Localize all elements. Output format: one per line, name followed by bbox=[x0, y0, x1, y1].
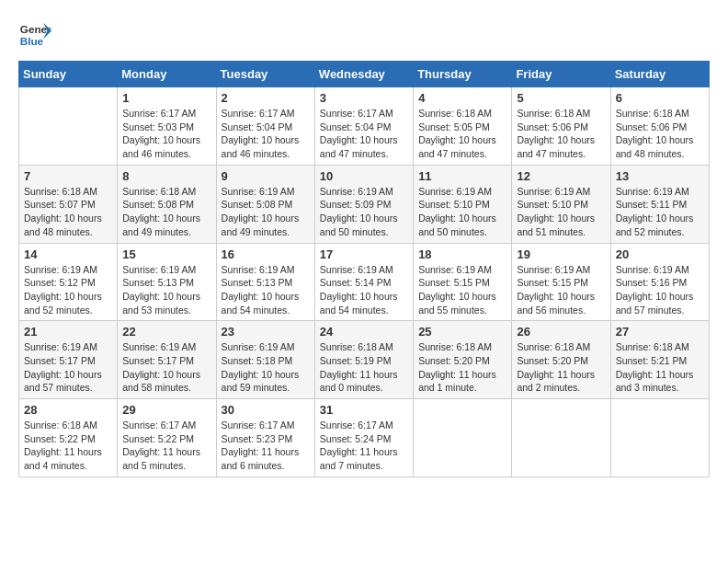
calendar-table: SundayMondayTuesdayWednesdayThursdayFrid… bbox=[18, 61, 710, 477]
day-number: 7 bbox=[24, 169, 112, 183]
day-number: 18 bbox=[418, 247, 506, 261]
day-number: 10 bbox=[320, 169, 408, 183]
calendar-cell: 4Sunrise: 6:18 AM Sunset: 5:05 PM Daylig… bbox=[414, 87, 512, 166]
cell-content: Sunrise: 6:19 AM Sunset: 5:12 PM Dayligh… bbox=[24, 263, 112, 317]
header-cell-tuesday: Tuesday bbox=[216, 62, 314, 87]
calendar-cell: 20Sunrise: 6:19 AM Sunset: 5:16 PM Dayli… bbox=[610, 243, 709, 321]
day-number: 1 bbox=[122, 91, 210, 105]
cell-content: Sunrise: 6:19 AM Sunset: 5:13 PM Dayligh… bbox=[122, 263, 210, 317]
cell-content: Sunrise: 6:18 AM Sunset: 5:08 PM Dayligh… bbox=[122, 185, 210, 239]
day-number: 22 bbox=[122, 325, 210, 339]
calendar-cell: 13Sunrise: 6:19 AM Sunset: 5:11 PM Dayli… bbox=[610, 165, 709, 243]
cell-content: Sunrise: 6:18 AM Sunset: 5:19 PM Dayligh… bbox=[320, 340, 408, 395]
header-cell-sunday: Sunday bbox=[19, 62, 118, 87]
calendar-cell: 22Sunrise: 6:19 AM Sunset: 5:17 PM Dayli… bbox=[118, 321, 216, 399]
calendar-cell: 15Sunrise: 6:19 AM Sunset: 5:13 PM Dayli… bbox=[118, 243, 216, 321]
day-number: 14 bbox=[24, 247, 112, 261]
day-number: 17 bbox=[320, 247, 408, 261]
calendar-cell: 31Sunrise: 6:17 AM Sunset: 5:24 PM Dayli… bbox=[314, 399, 413, 477]
calendar-cell: 19Sunrise: 6:19 AM Sunset: 5:15 PM Dayli… bbox=[512, 243, 610, 321]
week-row-2: 14Sunrise: 6:19 AM Sunset: 5:12 PM Dayli… bbox=[19, 243, 710, 321]
cell-content: Sunrise: 6:19 AM Sunset: 5:17 PM Dayligh… bbox=[122, 340, 210, 395]
cell-content: Sunrise: 6:18 AM Sunset: 5:20 PM Dayligh… bbox=[418, 340, 506, 395]
cell-content: Sunrise: 6:17 AM Sunset: 5:24 PM Dayligh… bbox=[320, 419, 408, 473]
calendar-cell: 8Sunrise: 6:18 AM Sunset: 5:08 PM Daylig… bbox=[118, 165, 216, 243]
cell-content: Sunrise: 6:17 AM Sunset: 5:23 PM Dayligh… bbox=[222, 419, 310, 473]
day-number: 31 bbox=[320, 403, 408, 417]
day-number: 16 bbox=[222, 247, 310, 261]
header-cell-saturday: Saturday bbox=[610, 62, 709, 87]
logo: General Blue bbox=[18, 18, 51, 52]
cell-content: Sunrise: 6:19 AM Sunset: 5:10 PM Dayligh… bbox=[517, 185, 605, 239]
header-cell-monday: Monday bbox=[118, 62, 216, 87]
header-cell-friday: Friday bbox=[512, 62, 610, 87]
calendar-cell: 28Sunrise: 6:18 AM Sunset: 5:22 PM Dayli… bbox=[19, 399, 118, 477]
day-number: 26 bbox=[517, 325, 605, 339]
page-header: General Blue bbox=[18, 18, 710, 52]
day-number: 21 bbox=[24, 325, 112, 339]
svg-text:Blue: Blue bbox=[20, 35, 44, 47]
week-row-4: 28Sunrise: 6:18 AM Sunset: 5:22 PM Dayli… bbox=[19, 399, 710, 477]
calendar-cell: 2Sunrise: 6:17 AM Sunset: 5:04 PM Daylig… bbox=[216, 87, 314, 166]
cell-content: Sunrise: 6:19 AM Sunset: 5:11 PM Dayligh… bbox=[616, 185, 704, 239]
day-number: 4 bbox=[418, 91, 506, 105]
calendar-cell: 7Sunrise: 6:18 AM Sunset: 5:07 PM Daylig… bbox=[19, 165, 118, 243]
header-cell-wednesday: Wednesday bbox=[314, 62, 413, 87]
calendar-cell bbox=[19, 87, 118, 166]
day-number: 19 bbox=[517, 247, 605, 261]
cell-content: Sunrise: 6:18 AM Sunset: 5:05 PM Dayligh… bbox=[418, 107, 506, 161]
calendar-cell: 17Sunrise: 6:19 AM Sunset: 5:14 PM Dayli… bbox=[314, 243, 413, 321]
day-number: 12 bbox=[517, 169, 605, 183]
calendar-cell: 21Sunrise: 6:19 AM Sunset: 5:17 PM Dayli… bbox=[19, 321, 118, 399]
day-number: 29 bbox=[122, 403, 210, 417]
cell-content: Sunrise: 6:17 AM Sunset: 5:04 PM Dayligh… bbox=[320, 107, 408, 161]
cell-content: Sunrise: 6:18 AM Sunset: 5:20 PM Dayligh… bbox=[517, 340, 605, 395]
cell-content: Sunrise: 6:18 AM Sunset: 5:21 PM Dayligh… bbox=[616, 340, 704, 395]
calendar-cell: 10Sunrise: 6:19 AM Sunset: 5:09 PM Dayli… bbox=[314, 165, 413, 243]
calendar-cell: 24Sunrise: 6:18 AM Sunset: 5:19 PM Dayli… bbox=[314, 321, 413, 399]
calendar-cell: 16Sunrise: 6:19 AM Sunset: 5:13 PM Dayli… bbox=[216, 243, 314, 321]
day-number: 24 bbox=[320, 325, 408, 339]
calendar-cell: 12Sunrise: 6:19 AM Sunset: 5:10 PM Dayli… bbox=[512, 165, 610, 243]
cell-content: Sunrise: 6:19 AM Sunset: 5:15 PM Dayligh… bbox=[517, 263, 605, 317]
day-number: 2 bbox=[222, 91, 310, 105]
calendar-cell: 1Sunrise: 6:17 AM Sunset: 5:03 PM Daylig… bbox=[118, 87, 216, 166]
week-row-3: 21Sunrise: 6:19 AM Sunset: 5:17 PM Dayli… bbox=[19, 321, 710, 399]
calendar-cell: 14Sunrise: 6:19 AM Sunset: 5:12 PM Dayli… bbox=[19, 243, 118, 321]
cell-content: Sunrise: 6:19 AM Sunset: 5:14 PM Dayligh… bbox=[320, 263, 408, 317]
header-cell-thursday: Thursday bbox=[414, 62, 512, 87]
cell-content: Sunrise: 6:19 AM Sunset: 5:15 PM Dayligh… bbox=[418, 263, 506, 317]
calendar-cell: 27Sunrise: 6:18 AM Sunset: 5:21 PM Dayli… bbox=[610, 321, 709, 399]
day-number: 8 bbox=[122, 169, 210, 183]
day-number: 23 bbox=[222, 325, 310, 339]
cell-content: Sunrise: 6:19 AM Sunset: 5:13 PM Dayligh… bbox=[222, 263, 310, 317]
logo-icon: General Blue bbox=[18, 18, 51, 52]
calendar-cell: 9Sunrise: 6:19 AM Sunset: 5:08 PM Daylig… bbox=[216, 165, 314, 243]
day-number: 5 bbox=[517, 91, 605, 105]
calendar-cell: 3Sunrise: 6:17 AM Sunset: 5:04 PM Daylig… bbox=[314, 87, 413, 166]
cell-content: Sunrise: 6:19 AM Sunset: 5:16 PM Dayligh… bbox=[616, 263, 704, 317]
day-number: 20 bbox=[616, 247, 704, 261]
cell-content: Sunrise: 6:19 AM Sunset: 5:18 PM Dayligh… bbox=[222, 340, 310, 395]
week-row-1: 7Sunrise: 6:18 AM Sunset: 5:07 PM Daylig… bbox=[19, 165, 710, 243]
cell-content: Sunrise: 6:18 AM Sunset: 5:06 PM Dayligh… bbox=[517, 107, 605, 161]
day-number: 28 bbox=[24, 403, 112, 417]
calendar-cell: 26Sunrise: 6:18 AM Sunset: 5:20 PM Dayli… bbox=[512, 321, 610, 399]
day-number: 27 bbox=[616, 325, 704, 339]
cell-content: Sunrise: 6:17 AM Sunset: 5:22 PM Dayligh… bbox=[122, 419, 210, 473]
header-row: SundayMondayTuesdayWednesdayThursdayFrid… bbox=[19, 62, 710, 87]
calendar-cell bbox=[414, 399, 512, 477]
cell-content: Sunrise: 6:19 AM Sunset: 5:17 PM Dayligh… bbox=[24, 340, 112, 395]
cell-content: Sunrise: 6:19 AM Sunset: 5:10 PM Dayligh… bbox=[418, 185, 506, 239]
cell-content: Sunrise: 6:18 AM Sunset: 5:22 PM Dayligh… bbox=[24, 419, 112, 473]
day-number: 30 bbox=[222, 403, 310, 417]
day-number: 13 bbox=[616, 169, 704, 183]
calendar-cell bbox=[610, 399, 709, 477]
cell-content: Sunrise: 6:18 AM Sunset: 5:07 PM Dayligh… bbox=[24, 185, 112, 239]
calendar-cell: 18Sunrise: 6:19 AM Sunset: 5:15 PM Dayli… bbox=[414, 243, 512, 321]
calendar-cell: 30Sunrise: 6:17 AM Sunset: 5:23 PM Dayli… bbox=[216, 399, 314, 477]
day-number: 6 bbox=[616, 91, 704, 105]
calendar-cell: 11Sunrise: 6:19 AM Sunset: 5:10 PM Dayli… bbox=[414, 165, 512, 243]
day-number: 9 bbox=[222, 169, 310, 183]
calendar-cell: 6Sunrise: 6:18 AM Sunset: 5:06 PM Daylig… bbox=[610, 87, 709, 166]
